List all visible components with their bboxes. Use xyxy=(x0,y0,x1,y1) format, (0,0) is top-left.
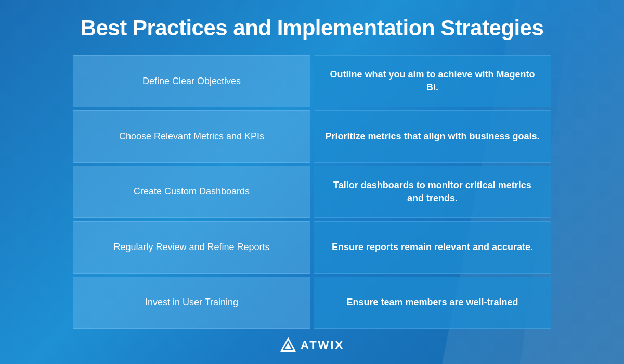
cell-right-3: Tailor dashboards to monitor critical me… xyxy=(314,166,551,218)
logo-text: ATWIX xyxy=(301,339,344,352)
table-row: Invest in User Training Ensure team memb… xyxy=(73,277,551,329)
table-row: Regularly Review and Refine Reports Ensu… xyxy=(73,221,551,273)
cell-right-label-5: Ensure team members are well-trained xyxy=(346,296,518,309)
cell-right-label-3: Tailor dashboards to monitor critical me… xyxy=(324,179,540,205)
cell-right-1: Outline what you aim to achieve with Mag… xyxy=(314,55,551,107)
table-row: Create Custom Dashboards Tailor dashboar… xyxy=(73,166,551,218)
page-title: Best Practices and Implementation Strate… xyxy=(81,16,544,41)
atwix-logo-icon xyxy=(280,337,296,354)
cell-left-label-4: Regularly Review and Refine Reports xyxy=(113,241,269,254)
logo-container: ATWIX xyxy=(280,337,344,354)
cell-left-4: Regularly Review and Refine Reports xyxy=(73,221,310,273)
table-row: Define Clear Objectives Outline what you… xyxy=(73,55,551,107)
main-container: Best Practices and Implementation Strate… xyxy=(0,0,624,364)
cell-right-label-1: Outline what you aim to achieve with Mag… xyxy=(324,68,540,94)
cell-right-4: Ensure reports remain relevant and accur… xyxy=(314,221,551,273)
cell-right-2: Prioritize metrics that align with busin… xyxy=(314,110,551,162)
cell-right-label-4: Ensure reports remain relevant and accur… xyxy=(332,241,533,254)
cell-left-label-3: Create Custom Dashboards xyxy=(134,185,250,198)
content-table: Define Clear Objectives Outline what you… xyxy=(73,55,551,329)
cell-left-2: Choose Relevant Metrics and KPIs xyxy=(73,110,310,162)
table-row: Choose Relevant Metrics and KPIs Priorit… xyxy=(73,110,551,162)
cell-left-5: Invest in User Training xyxy=(73,277,310,329)
cell-left-label-5: Invest in User Training xyxy=(145,296,238,309)
cell-right-5: Ensure team members are well-trained xyxy=(314,277,551,329)
cell-left-label-1: Define Clear Objectives xyxy=(142,75,241,88)
cell-right-label-2: Prioritize metrics that align with busin… xyxy=(325,130,539,143)
footer: ATWIX xyxy=(280,337,344,354)
cell-left-label-2: Choose Relevant Metrics and KPIs xyxy=(119,130,264,143)
cell-left-1: Define Clear Objectives xyxy=(73,55,310,107)
cell-left-3: Create Custom Dashboards xyxy=(73,166,310,218)
